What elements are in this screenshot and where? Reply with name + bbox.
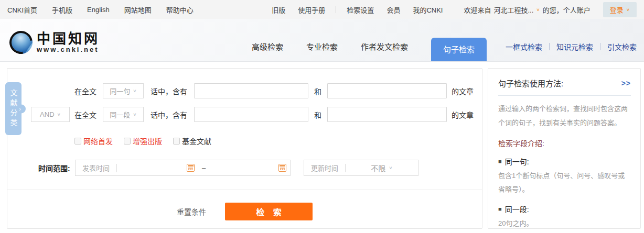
chevron-down-icon: ∨ bbox=[389, 165, 392, 170]
time-range-label: 时间范围: bbox=[38, 163, 75, 173]
help-panel: 句子检索使用方法: >> 通过输入的两个检索词，查找同时包含这两个词的句子，找到… bbox=[488, 68, 641, 229]
square-bullet-icon: ■ bbox=[498, 206, 502, 212]
term-input-1b[interactable] bbox=[327, 83, 447, 98]
publish-date-from-input[interactable] bbox=[117, 160, 198, 175]
link-citation-search[interactable]: 引文检索 bbox=[607, 41, 637, 52]
search-condition-rows: 在全文 同一句 ∨ 话中，含有 和 的文章 AND ∨ bbox=[7, 69, 482, 122]
field-item-same-sentence: ■ 同一句: 包含1个断句标点（句号、问号、感叹号或省略号）。 bbox=[498, 156, 631, 196]
time-range-row: 时间范围: 发表时间 – 更新时间 不限 ∨ bbox=[7, 160, 482, 176]
and-label: 和 bbox=[314, 86, 321, 96]
publish-date-to-input[interactable] bbox=[209, 160, 290, 175]
and-label: 和 bbox=[314, 109, 321, 120]
field-term: ■ 同一段: bbox=[498, 204, 631, 214]
cnki-logo[interactable]: 中国知网 www.cnki.net bbox=[9, 31, 100, 54]
tab-sentence-search[interactable]: 句子检索 bbox=[431, 38, 487, 61]
checkbox-label: 网络首发 bbox=[83, 136, 113, 146]
login-button[interactable]: 登录 ∨ bbox=[603, 2, 637, 17]
unit-select-row2[interactable]: 同一段 ∨ bbox=[103, 107, 144, 122]
operator-slot: AND ∨ bbox=[31, 107, 70, 122]
link-cnki-home[interactable]: CNKI首页 bbox=[7, 5, 37, 15]
search-row-1: 在全文 同一句 ∨ 话中，含有 和 的文章 bbox=[31, 83, 482, 98]
field-term: ■ 同一句: bbox=[498, 156, 631, 167]
scope-label: 在全文 bbox=[74, 86, 96, 96]
calendar-icon[interactable] bbox=[278, 164, 286, 172]
link-search-settings[interactable]: 检索设置 bbox=[347, 5, 374, 15]
checkbox-icon[interactable] bbox=[124, 138, 131, 145]
term-input-1a[interactable] bbox=[194, 83, 308, 98]
calendar-icon[interactable] bbox=[187, 164, 195, 172]
checkbox-enhanced-publishing[interactable]: 增强出版 bbox=[124, 136, 162, 146]
link-my-cnki[interactable]: 我的CNKI bbox=[413, 5, 443, 15]
date-range-dash: – bbox=[202, 164, 206, 172]
unit-select-value: 同一句 bbox=[110, 86, 130, 96]
publish-date-range: 发表时间 – bbox=[75, 160, 291, 176]
search-button[interactable]: 检 索 bbox=[225, 203, 313, 220]
link-knowledge-element-search[interactable]: 知识元检索 bbox=[556, 41, 593, 52]
chevron-down-icon: ∨ bbox=[626, 7, 630, 12]
suffix-label: 的文章 bbox=[452, 109, 474, 120]
welcome-area: 欢迎来自 河北工程技... ∨ 的您，个人账户 bbox=[464, 5, 590, 15]
chevron-right-icon: › bbox=[17, 104, 26, 113]
checkbox-icon[interactable] bbox=[173, 138, 180, 145]
sentence-search-form-panel: 文献分类 › 在全文 同一句 ∨ 话中，含有 和 的文章 bbox=[7, 68, 482, 229]
field-term-label: 同一段: bbox=[505, 204, 529, 214]
divider bbox=[549, 43, 550, 50]
update-time-value: 不限 bbox=[371, 163, 385, 173]
field-description: 20句之内。 bbox=[498, 217, 631, 230]
search-mode-tabs: 高级检索 专业检索 作者发文检索 句子检索 bbox=[252, 38, 487, 61]
update-time-label: 更新时间 bbox=[304, 163, 345, 173]
term-input-2b[interactable] bbox=[327, 107, 447, 122]
link-old-version[interactable]: 旧版 bbox=[272, 5, 285, 15]
link-sitemap[interactable]: 网站地图 bbox=[124, 5, 152, 15]
link-mobile[interactable]: 手机版 bbox=[52, 5, 72, 15]
document-category-tab[interactable]: 文献分类 › bbox=[5, 82, 22, 135]
logic-operator-value: AND bbox=[40, 110, 54, 118]
unit-select-value: 同一段 bbox=[110, 109, 130, 119]
scope-label: 在全文 bbox=[74, 109, 96, 120]
login-label: 登录 bbox=[610, 5, 624, 15]
suffix-label: 的文章 bbox=[452, 86, 474, 96]
term-input-2a[interactable] bbox=[194, 107, 308, 122]
org-name-link[interactable]: 河北工程技... bbox=[493, 5, 533, 15]
link-help-center[interactable]: 帮助中心 bbox=[166, 5, 194, 15]
fields-intro-title: 检索字段介绍: bbox=[498, 138, 631, 148]
link-one-box-search[interactable]: 一框式检索 bbox=[506, 41, 542, 52]
tab-author-search[interactable]: 作者发文检索 bbox=[361, 41, 408, 61]
update-time-filter: 更新时间 不限 ∨ bbox=[304, 160, 418, 176]
checkbox-network-first[interactable]: 网络首发 bbox=[74, 136, 113, 146]
checkbox-icon[interactable] bbox=[74, 138, 81, 145]
globe-icon bbox=[5, 26, 37, 58]
link-manual[interactable]: 使用手册 bbox=[298, 5, 325, 15]
checkbox-label: 基金文献 bbox=[182, 136, 211, 146]
tab-advanced-search[interactable]: 高级检索 bbox=[252, 41, 283, 61]
logic-operator-select[interactable]: AND ∨ bbox=[31, 107, 70, 122]
tab-professional-search[interactable]: 专业检索 bbox=[306, 41, 338, 61]
welcome-prefix: 欢迎来自 bbox=[464, 5, 491, 15]
update-time-select[interactable]: 不限 ∨ bbox=[346, 163, 418, 173]
top-bar-left: CNKI首页 手机版 English 网站地图 帮助中心 bbox=[7, 5, 194, 15]
help-more-link[interactable]: >> bbox=[621, 79, 631, 87]
divider bbox=[336, 6, 336, 13]
action-buttons: 重置条件 检 索 bbox=[7, 203, 482, 220]
checkbox-label: 增强出版 bbox=[133, 136, 162, 146]
unit-select-row1[interactable]: 同一句 ∨ bbox=[103, 83, 144, 98]
welcome-suffix: 的您，个人账户 bbox=[543, 5, 591, 15]
link-membership[interactable]: 会员 bbox=[387, 5, 400, 15]
chevron-down-icon: ∨ bbox=[57, 112, 61, 117]
filter-checkboxes: 网络首发 增强出版 基金文献 bbox=[7, 136, 482, 146]
help-description: 通过输入的两个检索词，查找同时包含这两个词的句子，找到有关事实的问题答案。 bbox=[498, 102, 631, 130]
publish-date-label: 发表时间 bbox=[76, 163, 116, 173]
top-bar: CNKI首页 手机版 English 网站地图 帮助中心 旧版 使用手册 检索设… bbox=[0, 0, 644, 19]
help-title-row: 句子检索使用方法: >> bbox=[498, 77, 631, 88]
header-links: 一框式检索 知识元检索 引文检索 bbox=[506, 41, 637, 61]
square-bullet-icon: ■ bbox=[498, 158, 502, 164]
checkbox-funded-literature[interactable]: 基金文献 bbox=[173, 136, 211, 146]
link-english[interactable]: English bbox=[87, 6, 110, 14]
contains-label: 话中，含有 bbox=[151, 86, 187, 96]
reset-conditions-button[interactable]: 重置条件 bbox=[177, 206, 206, 217]
divider bbox=[600, 43, 600, 50]
field-description: 包含1个断句标点（句号、问号、感叹号或省略号）。 bbox=[498, 169, 631, 196]
chevron-down-icon[interactable]: ∨ bbox=[536, 7, 540, 12]
logo-cn-name: 中国知网 bbox=[37, 32, 100, 46]
search-row-2: AND ∨ 在全文 同一段 ∨ 话中，含有 和 的文章 bbox=[31, 107, 482, 122]
